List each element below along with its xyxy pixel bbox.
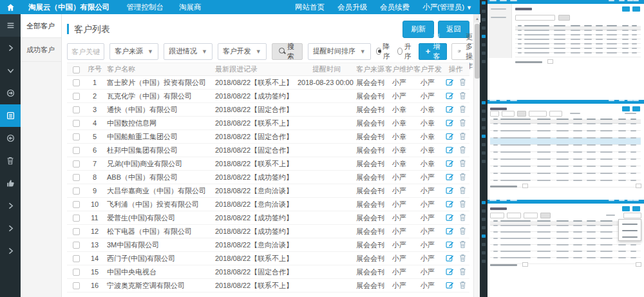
mini-search-input[interactable] (515, 15, 555, 21)
row-checkbox[interactable] (73, 201, 80, 208)
edit-icon[interactable] (446, 213, 454, 223)
mini-filter-control[interactable] (517, 111, 526, 117)
mini-button[interactable] (632, 6, 640, 12)
sidebar-item-success-customers[interactable]: 成功客户 (21, 38, 61, 62)
scrollbar-thumb[interactable] (475, 24, 480, 79)
trash-icon[interactable] (459, 173, 466, 182)
mini-filter-control[interactable] (502, 111, 515, 117)
mini-search-button[interactable] (558, 15, 570, 21)
mini-button[interactable] (622, 206, 630, 211)
sidebar-item-thumbs-up[interactable] (0, 172, 21, 195)
edit-icon[interactable] (446, 240, 454, 250)
topbar-menu-1[interactable]: 淘展商 (171, 3, 209, 12)
trash-icon[interactable] (459, 267, 466, 277)
edit-icon[interactable] (446, 267, 454, 277)
row-checkbox[interactable] (73, 79, 80, 86)
mini-page-input[interactable] (522, 184, 528, 188)
sidebar-item-all-customers[interactable]: 全部客户 (21, 14, 61, 38)
refresh-button[interactable]: 刷新 (402, 21, 434, 38)
mini-filter-control[interactable] (549, 111, 562, 117)
row-checkbox[interactable] (73, 255, 80, 262)
trash-icon[interactable] (459, 91, 466, 101)
mini-filter-select[interactable] (524, 213, 538, 218)
add-customer-button[interactable]: +新增客户 (419, 43, 448, 60)
row-checkbox[interactable] (73, 269, 80, 276)
mini-button[interactable] (632, 206, 640, 211)
sidebar-item-chevron-right[interactable] (0, 37, 21, 59)
sidebar-item-sign-in[interactable] (0, 82, 21, 104)
mini-page-input[interactable] (547, 59, 553, 64)
trash-icon[interactable] (459, 240, 466, 250)
trash-icon[interactable] (459, 159, 466, 169)
edit-icon[interactable] (446, 159, 454, 169)
desc-radio[interactable]: 降序 (376, 42, 392, 61)
sidebar-item-sign-out[interactable] (0, 127, 21, 149)
keyword-input[interactable] (67, 43, 104, 60)
trash-icon[interactable] (459, 105, 466, 115)
topbar-right-menu-2[interactable]: 会员续费 (374, 3, 416, 12)
row-checkbox[interactable] (73, 147, 80, 154)
edit-icon[interactable] (446, 254, 454, 263)
row-checkbox[interactable] (73, 160, 80, 168)
mini-page-input[interactable] (522, 262, 528, 267)
row-checkbox[interactable] (73, 174, 80, 181)
mini-filter-control[interactable] (529, 111, 547, 117)
trash-icon[interactable] (459, 227, 466, 236)
edit-icon[interactable] (446, 91, 454, 101)
select-all-checkbox[interactable] (73, 66, 80, 73)
edit-icon[interactable] (446, 173, 454, 182)
asc-radio[interactable]: 升序 (397, 42, 413, 61)
sort-select[interactable]: 提醒时间排序▼ (308, 43, 371, 60)
more-actions-button[interactable]: 更多操作▼ (451, 43, 473, 60)
sidebar-item-chevron-right[interactable] (0, 195, 21, 217)
row-checkbox[interactable] (73, 106, 80, 113)
topbar-right-menu-0[interactable]: 网站首页 (289, 3, 331, 12)
row-checkbox[interactable] (73, 242, 80, 249)
user-menu[interactable]: 小严(管理员)▼ (416, 3, 480, 12)
edit-icon[interactable] (446, 281, 454, 291)
edit-icon[interactable] (446, 119, 454, 128)
trash-icon[interactable] (459, 186, 466, 196)
row-checkbox[interactable] (73, 93, 80, 100)
edit-icon[interactable] (446, 105, 454, 115)
trash-icon[interactable] (459, 281, 466, 291)
mini-filter-control[interactable] (490, 111, 499, 117)
trash-icon[interactable] (459, 132, 466, 142)
trash-icon[interactable] (459, 200, 466, 209)
row-checkbox[interactable] (73, 120, 80, 127)
row-checkbox[interactable] (73, 282, 80, 289)
mini-button[interactable] (622, 6, 630, 12)
source-select[interactable]: 客户来源▼ (109, 43, 158, 60)
sidebar-item-menu[interactable] (0, 14, 21, 37)
mini-filter-select[interactable] (507, 213, 521, 218)
mini-more-button[interactable] (623, 213, 641, 218)
row-checkbox[interactable] (73, 187, 80, 195)
develop-select[interactable]: 客户开发▼ (218, 43, 267, 60)
mini-corner-box[interactable] (636, 262, 641, 267)
sidebar-item-home[interactable] (0, 0, 21, 14)
edit-icon[interactable] (446, 132, 454, 142)
edit-icon[interactable] (446, 227, 454, 236)
edit-icon[interactable] (446, 78, 454, 88)
sidebar-item-chevron-down[interactable] (0, 59, 21, 82)
trash-icon[interactable] (459, 254, 466, 263)
trash-icon[interactable] (459, 119, 466, 128)
search-button[interactable]: 搜索 (272, 43, 303, 60)
sidebar-item-list[interactable] (0, 104, 21, 127)
vertical-scrollbar[interactable]: ▲ (473, 14, 480, 297)
trash-icon[interactable] (459, 78, 466, 88)
scroll-up-arrow[interactable]: ▲ (474, 14, 480, 23)
sidebar-item-chevron-right[interactable] (0, 240, 21, 262)
mini-corner-box[interactable] (636, 184, 641, 188)
mini-filter-select[interactable] (490, 213, 504, 218)
mini-button[interactable] (622, 106, 630, 111)
sidebar-item-chevron-right[interactable] (0, 217, 21, 240)
mini-button[interactable] (632, 106, 640, 111)
sidebar-item-trash[interactable] (0, 149, 21, 172)
edit-icon[interactable] (446, 186, 454, 196)
brand-link[interactable]: 淘展云（中国）有限公司 (21, 3, 119, 12)
edit-icon[interactable] (446, 200, 454, 209)
row-checkbox[interactable] (73, 133, 80, 140)
topbar-right-menu-1[interactable]: 会员升级 (331, 3, 374, 12)
trash-icon[interactable] (459, 146, 466, 155)
